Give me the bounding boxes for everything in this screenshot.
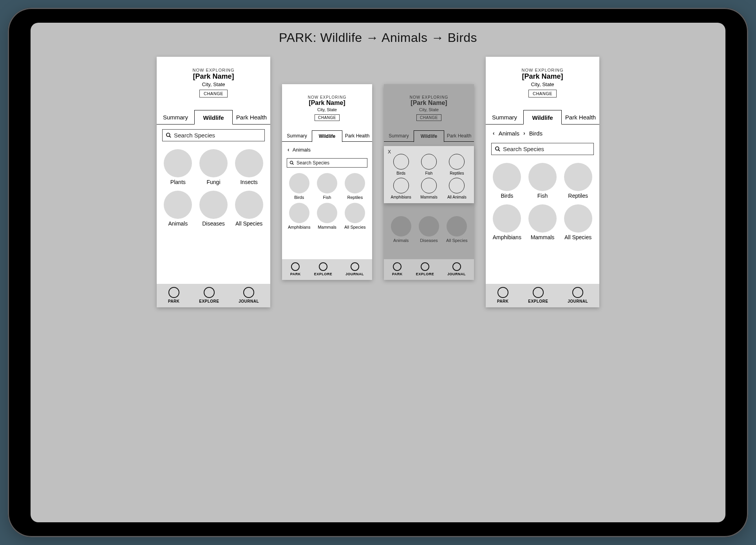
popup-item-all-animals[interactable]: All Animals bbox=[443, 178, 471, 199]
chevron-left-icon[interactable]: ‹ bbox=[288, 146, 289, 153]
category-label: All Species bbox=[344, 225, 365, 229]
tab-wildlife[interactable]: Wildlife bbox=[194, 110, 233, 125]
svg-point-4 bbox=[496, 147, 499, 150]
category-amphibians[interactable]: Amphibians bbox=[490, 204, 524, 240]
popup-item-amphibians[interactable]: Amphibians bbox=[387, 178, 415, 199]
breadcrumb-birds[interactable]: Birds bbox=[529, 130, 543, 137]
category-icon bbox=[528, 204, 557, 233]
popup-icon bbox=[393, 178, 409, 193]
category-label: Insects bbox=[240, 179, 257, 185]
nav-journal[interactable]: JOURNAL bbox=[345, 262, 364, 276]
search-input[interactable]: Search Species bbox=[491, 143, 594, 155]
breadcrumb-animals[interactable]: Animals bbox=[293, 147, 311, 153]
category-label: Diseases bbox=[202, 220, 225, 227]
category-plants[interactable]: Plants bbox=[161, 149, 195, 185]
tab-summary[interactable]: Summary bbox=[486, 110, 523, 124]
tab-summary[interactable]: Summary bbox=[282, 130, 312, 141]
category-diseases[interactable]: Diseases bbox=[197, 191, 230, 227]
nav-explore[interactable]: EXPLORE bbox=[416, 262, 434, 276]
nav-explore[interactable]: EXPLORE bbox=[314, 262, 333, 276]
nav-park[interactable]: PARK bbox=[290, 262, 301, 276]
tab-bar: Summary Wildlife Park Health bbox=[157, 110, 270, 125]
category-icon bbox=[317, 173, 337, 193]
tab-park-health[interactable]: Park Health bbox=[444, 130, 474, 141]
search-input[interactable]: Search Species bbox=[287, 158, 367, 168]
nav-park[interactable]: PARK bbox=[168, 287, 180, 303]
tab-park-health[interactable]: Park Health bbox=[562, 110, 599, 124]
park-location: City, State bbox=[282, 107, 372, 112]
chevron-left-icon[interactable]: ‹ bbox=[493, 130, 495, 136]
change-park-button[interactable]: CHANGE bbox=[528, 90, 557, 97]
nav-label: EXPLORE bbox=[528, 299, 548, 303]
park-location: City, State bbox=[384, 107, 474, 112]
category-icon bbox=[235, 149, 263, 177]
nav-icon bbox=[421, 262, 429, 271]
bottom-nav: PARK EXPLORE JOURNAL bbox=[486, 284, 599, 307]
svg-line-1 bbox=[169, 136, 171, 137]
tab-wildlife[interactable]: Wildlife bbox=[523, 110, 562, 125]
tab-wildlife[interactable]: Wildlife bbox=[414, 130, 444, 142]
tab-park-health[interactable]: Park Health bbox=[342, 130, 372, 141]
tab-bar: Summary Wildlife Park Health bbox=[486, 110, 599, 125]
category-fungi[interactable]: Fungi bbox=[197, 149, 230, 185]
change-park-button[interactable]: CHANGE bbox=[199, 90, 228, 97]
category-insects[interactable]: Insects bbox=[232, 149, 266, 185]
tab-park-health[interactable]: Park Health bbox=[233, 110, 270, 124]
category-icon bbox=[164, 149, 192, 177]
screen-birds: NOW EXPLORING [Park Name] City, State CH… bbox=[486, 57, 599, 307]
nav-explore[interactable]: EXPLORE bbox=[199, 287, 219, 303]
nav-label: EXPLORE bbox=[416, 272, 434, 276]
popup-item-birds[interactable]: Birds bbox=[387, 154, 415, 175]
category-reptiles[interactable]: Reptiles bbox=[561, 163, 595, 199]
popup-item-mammals[interactable]: Mammals bbox=[415, 178, 443, 199]
search-icon bbox=[495, 146, 501, 152]
nav-journal[interactable]: JOURNAL bbox=[447, 262, 466, 276]
change-park-button[interactable]: CHANGE bbox=[315, 114, 340, 121]
nav-label: PARK bbox=[497, 299, 509, 303]
tab-summary[interactable]: Summary bbox=[157, 110, 194, 124]
category-icon bbox=[289, 173, 309, 193]
screen-animals: NOW EXPLORING [Park Name] City, State CH… bbox=[282, 84, 372, 280]
category-birds[interactable]: Birds bbox=[286, 173, 312, 200]
popup-item-reptiles[interactable]: Reptiles bbox=[443, 154, 471, 175]
category-mammals[interactable]: Mammals bbox=[526, 204, 559, 240]
category-all-species[interactable]: All Species bbox=[561, 204, 595, 240]
park-name: [Park Name] bbox=[282, 99, 372, 106]
popup-label: Mammals bbox=[420, 195, 437, 199]
nav-icon bbox=[319, 262, 327, 271]
category-grid: Plants Fungi Insects Animals Diseases Al… bbox=[157, 145, 270, 233]
search-placeholder: Search Species bbox=[503, 146, 544, 152]
category-animals[interactable]: Animals bbox=[388, 216, 414, 243]
category-all-species[interactable]: All Species bbox=[444, 216, 470, 243]
breadcrumb-animals[interactable]: Animals bbox=[499, 130, 519, 137]
nav-explore[interactable]: EXPLORE bbox=[528, 287, 548, 303]
search-placeholder: Search Species bbox=[297, 160, 329, 166]
popup-item-fish[interactable]: Fish bbox=[415, 154, 443, 175]
nav-icon bbox=[393, 262, 402, 271]
category-reptiles[interactable]: Reptiles bbox=[342, 173, 368, 200]
popup-icon bbox=[393, 154, 409, 170]
nav-journal[interactable]: JOURNAL bbox=[568, 287, 588, 303]
category-fish[interactable]: Fish bbox=[314, 173, 340, 200]
tab-summary[interactable]: Summary bbox=[384, 130, 414, 141]
category-icon bbox=[199, 191, 228, 219]
category-all-species[interactable]: All Species bbox=[342, 203, 368, 229]
svg-point-0 bbox=[166, 133, 170, 137]
category-all-species[interactable]: All Species bbox=[232, 191, 266, 227]
tab-bar: Summary Wildlife Park Health bbox=[282, 130, 372, 142]
nav-park[interactable]: PARK bbox=[392, 262, 403, 276]
nav-journal[interactable]: JOURNAL bbox=[239, 287, 259, 303]
category-label: Plants bbox=[170, 179, 186, 185]
category-mammals[interactable]: Mammals bbox=[314, 203, 340, 229]
tab-wildlife[interactable]: Wildlife bbox=[312, 130, 342, 142]
category-birds[interactable]: Birds bbox=[490, 163, 524, 199]
search-input[interactable]: Search Species bbox=[162, 129, 265, 141]
nav-park[interactable]: PARK bbox=[497, 287, 509, 303]
now-exploring-label: NOW EXPLORING bbox=[282, 95, 372, 99]
category-label: Birds bbox=[294, 195, 304, 200]
category-animals[interactable]: Animals bbox=[161, 191, 195, 227]
category-amphibians[interactable]: Amphibians bbox=[286, 203, 312, 229]
category-fish[interactable]: Fish bbox=[526, 163, 559, 199]
category-diseases[interactable]: Diseases bbox=[416, 216, 442, 243]
change-park-button[interactable]: CHANGE bbox=[416, 114, 441, 121]
